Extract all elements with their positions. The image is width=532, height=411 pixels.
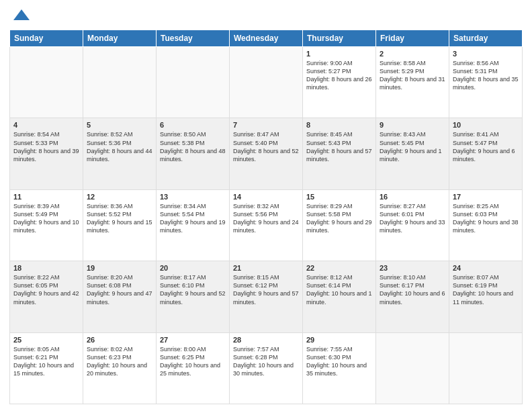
week-row-5: 25Sunrise: 8:05 AMSunset: 6:21 PMDayligh… [10, 332, 523, 404]
week-row-1: 1Sunrise: 9:00 AMSunset: 5:27 PMDaylight… [10, 47, 523, 118]
day-info: Sunrise: 8:39 AMSunset: 5:49 PMDaylight:… [13, 202, 79, 235]
day-info: Sunrise: 8:52 AMSunset: 5:36 PMDaylight:… [87, 130, 152, 163]
week-row-4: 18Sunrise: 8:22 AMSunset: 6:05 PMDayligh… [10, 261, 523, 332]
day-info: Sunrise: 8:17 AMSunset: 6:10 PMDaylight:… [160, 273, 226, 306]
cal-cell-empty-4-5 [376, 332, 449, 404]
logo-icon [12, 7, 31, 26]
day-number: 20 [160, 264, 226, 272]
cal-cell-7: 7Sunrise: 8:47 AMSunset: 5:40 PMDaylight… [230, 118, 303, 189]
cal-cell-15: 15Sunrise: 8:29 AMSunset: 5:58 PMDayligh… [303, 189, 376, 261]
day-header-monday: Monday [83, 30, 157, 47]
day-info: Sunrise: 8:10 AMSunset: 6:17 PMDaylight:… [380, 273, 445, 306]
day-number: 10 [453, 121, 519, 129]
calendar-table: SundayMondayTuesdayWednesdayThursdayFrid… [9, 30, 523, 404]
day-number: 17 [453, 193, 519, 201]
day-number: 3 [453, 50, 519, 58]
day-info: Sunrise: 8:54 AMSunset: 5:33 PMDaylight:… [13, 130, 79, 163]
day-number: 26 [87, 336, 152, 344]
day-number: 4 [13, 121, 79, 129]
day-number: 13 [160, 193, 226, 201]
cal-cell-23: 23Sunrise: 8:10 AMSunset: 6:17 PMDayligh… [376, 261, 449, 332]
day-info: Sunrise: 8:43 AMSunset: 5:45 PMDaylight:… [380, 130, 445, 163]
day-header-thursday: Thursday [303, 30, 376, 47]
cal-cell-11: 11Sunrise: 8:39 AMSunset: 5:49 PMDayligh… [10, 189, 83, 261]
cal-cell-29: 29Sunrise: 7:55 AMSunset: 6:30 PMDayligh… [303, 332, 376, 404]
header-row: SundayMondayTuesdayWednesdayThursdayFrid… [10, 30, 523, 47]
cal-cell-12: 12Sunrise: 8:36 AMSunset: 5:52 PMDayligh… [83, 189, 157, 261]
day-number: 7 [233, 121, 299, 129]
day-number: 21 [233, 264, 299, 272]
cal-cell-1: 1Sunrise: 9:00 AMSunset: 5:27 PMDaylight… [303, 47, 376, 118]
cal-cell-4: 4Sunrise: 8:54 AMSunset: 5:33 PMDaylight… [10, 118, 83, 189]
day-header-wednesday: Wednesday [230, 30, 303, 47]
week-row-3: 11Sunrise: 8:39 AMSunset: 5:49 PMDayligh… [10, 189, 523, 261]
day-info: Sunrise: 8:12 AMSunset: 6:14 PMDaylight:… [306, 273, 372, 306]
cal-cell-empty-4-6 [449, 332, 523, 404]
day-number: 24 [453, 264, 519, 272]
day-number: 23 [380, 264, 445, 272]
cal-cell-14: 14Sunrise: 8:32 AMSunset: 5:56 PMDayligh… [230, 189, 303, 261]
day-info: Sunrise: 8:02 AMSunset: 6:23 PMDaylight:… [87, 345, 152, 378]
cal-cell-27: 27Sunrise: 8:00 AMSunset: 6:25 PMDayligh… [157, 332, 230, 404]
calendar: SundayMondayTuesdayWednesdayThursdayFrid… [9, 30, 523, 404]
day-info: Sunrise: 8:41 AMSunset: 5:47 PMDaylight:… [453, 130, 519, 163]
cal-cell-empty-0-2 [157, 47, 230, 118]
day-number: 28 [233, 336, 299, 344]
day-info: Sunrise: 8:00 AMSunset: 6:25 PMDaylight:… [160, 345, 226, 378]
day-info: Sunrise: 8:34 AMSunset: 5:54 PMDaylight:… [160, 202, 226, 235]
day-number: 18 [13, 264, 79, 272]
day-info: Sunrise: 7:57 AMSunset: 6:28 PMDaylight:… [233, 345, 299, 378]
day-number: 22 [306, 264, 372, 272]
day-info: Sunrise: 8:25 AMSunset: 6:03 PMDaylight:… [453, 202, 519, 235]
day-info: Sunrise: 8:07 AMSunset: 6:19 PMDaylight:… [453, 273, 519, 306]
day-header-friday: Friday [376, 30, 449, 47]
day-info: Sunrise: 8:22 AMSunset: 6:05 PMDaylight:… [13, 273, 79, 306]
day-header-sunday: Sunday [10, 30, 83, 47]
day-number: 2 [380, 50, 445, 58]
day-number: 8 [306, 121, 372, 129]
day-info: Sunrise: 8:05 AMSunset: 6:21 PMDaylight:… [13, 345, 79, 378]
day-number: 19 [87, 264, 152, 272]
day-number: 14 [233, 193, 299, 201]
day-number: 11 [13, 193, 79, 201]
cal-cell-20: 20Sunrise: 8:17 AMSunset: 6:10 PMDayligh… [157, 261, 230, 332]
day-info: Sunrise: 9:00 AMSunset: 5:27 PMDaylight:… [306, 59, 372, 92]
cal-cell-24: 24Sunrise: 8:07 AMSunset: 6:19 PMDayligh… [449, 261, 523, 332]
day-number: 5 [87, 121, 152, 129]
day-info: Sunrise: 8:15 AMSunset: 6:12 PMDaylight:… [233, 273, 299, 306]
cal-cell-19: 19Sunrise: 8:20 AMSunset: 6:08 PMDayligh… [83, 261, 157, 332]
day-info: Sunrise: 8:56 AMSunset: 5:31 PMDaylight:… [453, 59, 519, 92]
cal-cell-28: 28Sunrise: 7:57 AMSunset: 6:28 PMDayligh… [230, 332, 303, 404]
day-number: 25 [13, 336, 79, 344]
logo [9, 7, 31, 26]
cal-cell-18: 18Sunrise: 8:22 AMSunset: 6:05 PMDayligh… [10, 261, 83, 332]
cal-cell-13: 13Sunrise: 8:34 AMSunset: 5:54 PMDayligh… [157, 189, 230, 261]
week-row-2: 4Sunrise: 8:54 AMSunset: 5:33 PMDaylight… [10, 118, 523, 189]
cal-cell-2: 2Sunrise: 8:58 AMSunset: 5:29 PMDaylight… [376, 47, 449, 118]
cal-cell-22: 22Sunrise: 8:12 AMSunset: 6:14 PMDayligh… [303, 261, 376, 332]
svg-marker-0 [13, 9, 30, 20]
cal-cell-17: 17Sunrise: 8:25 AMSunset: 6:03 PMDayligh… [449, 189, 523, 261]
cal-cell-26: 26Sunrise: 8:02 AMSunset: 6:23 PMDayligh… [83, 332, 157, 404]
cal-cell-21: 21Sunrise: 8:15 AMSunset: 6:12 PMDayligh… [230, 261, 303, 332]
day-header-saturday: Saturday [449, 30, 523, 47]
day-info: Sunrise: 8:27 AMSunset: 6:01 PMDaylight:… [380, 202, 445, 235]
day-number: 12 [87, 193, 152, 201]
day-info: Sunrise: 8:50 AMSunset: 5:38 PMDaylight:… [160, 130, 226, 163]
cal-cell-empty-0-0 [10, 47, 83, 118]
day-info: Sunrise: 8:29 AMSunset: 5:58 PMDaylight:… [306, 202, 372, 235]
day-info: Sunrise: 8:36 AMSunset: 5:52 PMDaylight:… [87, 202, 152, 235]
cal-cell-25: 25Sunrise: 8:05 AMSunset: 6:21 PMDayligh… [10, 332, 83, 404]
day-info: Sunrise: 8:47 AMSunset: 5:40 PMDaylight:… [233, 130, 299, 163]
day-info: Sunrise: 8:20 AMSunset: 6:08 PMDaylight:… [87, 273, 152, 306]
cal-cell-10: 10Sunrise: 8:41 AMSunset: 5:47 PMDayligh… [449, 118, 523, 189]
cal-cell-empty-0-3 [230, 47, 303, 118]
day-number: 1 [306, 50, 372, 58]
day-info: Sunrise: 8:58 AMSunset: 5:29 PMDaylight:… [380, 59, 445, 92]
cal-cell-6: 6Sunrise: 8:50 AMSunset: 5:38 PMDaylight… [157, 118, 230, 189]
cal-cell-3: 3Sunrise: 8:56 AMSunset: 5:31 PMDaylight… [449, 47, 523, 118]
day-number: 6 [160, 121, 226, 129]
cal-cell-16: 16Sunrise: 8:27 AMSunset: 6:01 PMDayligh… [376, 189, 449, 261]
day-number: 27 [160, 336, 226, 344]
day-number: 16 [380, 193, 445, 201]
